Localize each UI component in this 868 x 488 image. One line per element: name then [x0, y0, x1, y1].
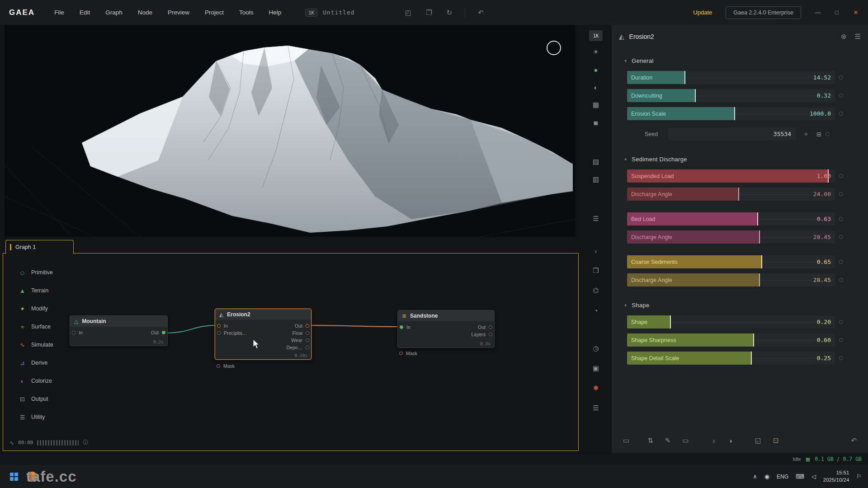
tray-chevron-up-icon[interactable]: ∧ [753, 473, 757, 480]
layers-panel-icon[interactable]: ▤ [588, 155, 604, 169]
keyboard-icon[interactable]: ⌨ [796, 473, 804, 480]
collapse-panel-icon[interactable]: ‹ [588, 244, 604, 258]
contrast-sphere-icon[interactable]: ◐ [588, 80, 604, 94]
shape-sharpness-slider[interactable]: Shape Sharpness 0.60 [627, 333, 835, 347]
discharge-angle-slider[interactable]: Discharge Angle 28.45 [627, 273, 835, 286]
input-port-dot[interactable] [217, 331, 221, 335]
shape-slider[interactable]: Shape 0.20 [627, 315, 835, 328]
output-port-dot[interactable] [489, 333, 492, 336]
node-graph-panel[interactable]: ◇ Primitive ▲ Terrain ✦ Modify ≈ Surface… [3, 253, 579, 451]
seed-input[interactable]: 35534 [668, 127, 796, 141]
view-options-icon[interactable]: ☰ [588, 212, 604, 225]
menu-graph[interactable]: Graph [98, 5, 130, 20]
menu-preview[interactable]: Preview [160, 5, 197, 20]
bind-port-icon[interactable] [839, 320, 843, 324]
category-colorize[interactable]: ◐ Colorize [14, 374, 58, 388]
language-indicator[interactable]: ENG [777, 474, 788, 480]
microphone-icon[interactable]: ◉ [764, 473, 769, 480]
node-erosion2[interactable]: ◭ Erosion2 In Out Pre [215, 309, 311, 360]
menu-edit[interactable]: Edit [72, 5, 98, 20]
panel-menu-icon[interactable]: ☰ [855, 33, 861, 41]
node-mountain[interactable]: △ Mountain In Out 0.2s [70, 315, 168, 346]
ruler-icon[interactable]: ▭ [676, 436, 694, 445]
viewport-resolution-badge[interactable]: 1K [589, 30, 603, 41]
section-general[interactable]: ▾ General [624, 57, 868, 64]
output-port-dot[interactable] [489, 325, 492, 329]
discharge-angle-slider[interactable]: Discharge Angle 24.00 [627, 188, 835, 201]
edit-icon[interactable]: ✎ [659, 436, 677, 445]
category-derive[interactable]: ⊿ Derive [14, 356, 58, 370]
sandstone-mask-port[interactable]: Mask [399, 351, 417, 356]
info-icon[interactable]: ⓘ [83, 439, 88, 446]
input-port-dot[interactable] [217, 324, 221, 328]
paint-tool-icon[interactable]: ✱ [588, 381, 604, 395]
maximize-icon[interactable]: □ [827, 5, 846, 21]
halftone-icon[interactable]: ◑ [722, 437, 738, 445]
category-utility[interactable]: ☰ Utility [14, 410, 58, 424]
layout-panel-icon[interactable]: ▥ [588, 173, 604, 186]
bind-port-icon[interactable] [826, 132, 830, 136]
package-icon[interactable]: ▣ [588, 361, 604, 375]
bind-port-icon[interactable] [839, 235, 843, 239]
node-settings-icon[interactable]: ⊛ [841, 33, 847, 41]
menu-project[interactable]: Project [197, 5, 231, 20]
graph-options-icon[interactable]: ☰ [588, 401, 604, 415]
input-port-dot[interactable] [72, 331, 75, 334]
save-icon[interactable]: ◰ [401, 7, 416, 19]
minimize-icon[interactable]: — [808, 5, 827, 21]
3d-viewport[interactable] [5, 25, 576, 237]
mask-port-dot[interactable] [217, 364, 220, 368]
bind-port-icon[interactable] [839, 94, 843, 98]
bind-port-icon[interactable] [839, 192, 843, 196]
duplicate-icon[interactable]: ❐ [421, 7, 436, 19]
downcutting-slider[interactable]: Downcutting 0.32 [627, 89, 835, 102]
graph-timeline[interactable]: ∿ 00:00 ⓘ [9, 439, 88, 446]
category-output[interactable]: ⊡ Output [14, 392, 58, 406]
reset-icon[interactable]: ↶ [845, 436, 863, 445]
anchor-icon[interactable]: ♁ [706, 437, 722, 445]
grid-icon[interactable]: ▦ [588, 98, 604, 112]
undo-icon[interactable]: ↶ [473, 7, 488, 19]
history-clock-icon[interactable]: ◷ [588, 342, 604, 355]
bind-port-icon[interactable] [839, 112, 843, 116]
timeline-scrubber[interactable] [37, 440, 79, 446]
bind-port-icon[interactable] [839, 217, 843, 221]
suspended-load-slider[interactable]: Suspended Load 1.00 [627, 169, 835, 183]
duration-slider[interactable]: Duration 14.52 [627, 71, 835, 84]
speaker-icon[interactable]: ◁ [811, 473, 816, 480]
library-icon[interactable]: ❒ [588, 264, 604, 277]
output-port-dot[interactable] [306, 331, 309, 335]
category-surface[interactable]: ≈ Surface [14, 319, 58, 334]
resolution-badge[interactable]: 1K [305, 9, 317, 17]
menu-file[interactable]: File [47, 5, 72, 20]
category-simulate[interactable]: ∿ Simulate [14, 338, 58, 352]
notification-bell-icon[interactable]: ⚐ [856, 473, 862, 480]
node-header[interactable]: ◭ Erosion2 [215, 309, 311, 320]
history-icon[interactable]: ↻ [442, 7, 457, 19]
bed-load-slider[interactable]: Bed Load 0.63 [627, 212, 835, 225]
discharge-angle-slider[interactable]: Discharge Angle 28.45 [627, 230, 835, 244]
node-header[interactable]: △ Mountain [70, 316, 167, 327]
output-port-dot[interactable] [306, 338, 309, 342]
mask-port-dot[interactable] [399, 352, 403, 355]
bind-port-icon[interactable] [839, 260, 843, 264]
section-sediment-discharge[interactable]: ▾ Sediment Discharge [624, 156, 868, 163]
output-port-dot[interactable] [306, 346, 309, 349]
section-shape[interactable]: ▾ Shape [624, 302, 868, 309]
graph-tab[interactable]: Graph 1 [5, 240, 74, 254]
category-terrain[interactable]: ▲ Terrain [14, 283, 58, 298]
output-port-dot[interactable] [306, 324, 309, 328]
clock[interactable]: 15:51 2025/10/24 [823, 469, 849, 483]
start-button[interactable] [6, 469, 22, 484]
expand-icon[interactable]: ◱ [749, 436, 767, 445]
erosion-scale-slider[interactable]: Erosion Scale 1000.0 [627, 107, 835, 120]
node-sandstone[interactable]: ≋ Sandstone In Out Layers [397, 310, 495, 348]
bind-port-icon[interactable] [839, 338, 843, 342]
bind-port-icon[interactable] [839, 174, 843, 178]
comment-icon[interactable]: ▭ [617, 436, 635, 445]
bind-port-icon[interactable] [839, 75, 843, 80]
mutate-seed-icon[interactable]: ✧ [803, 131, 809, 138]
randomize-seed-icon[interactable]: ⊞ [816, 131, 822, 138]
node-graph-icon[interactable]: ⌬ [588, 284, 604, 297]
version-button[interactable]: Gaea 2.2.4.0 Enterprise [726, 6, 801, 19]
